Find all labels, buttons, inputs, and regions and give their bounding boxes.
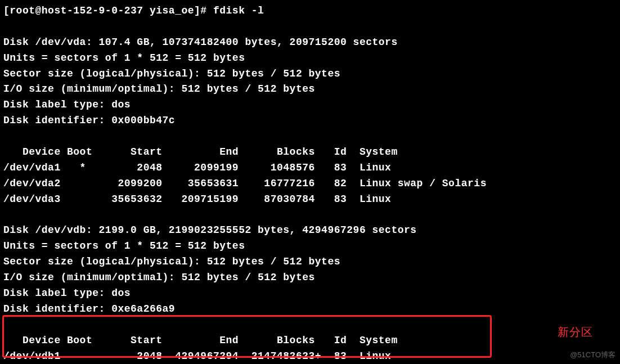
shell-prompt: [root@host-152-9-0-237 yisa_oe]# <box>3 5 213 16</box>
disk-vda-label-type: Disk label type: dos <box>3 97 617 113</box>
disk-vdb-identifier: Disk identifier: 0xe6a266a9 <box>3 302 617 317</box>
annotation-label: 新分区 <box>558 323 593 341</box>
disk-vdb-sector-size: Sector size (logical/physical): 512 byte… <box>3 254 617 270</box>
prompt-line-1: [root@host-152-9-0-237 yisa_oe]# fdisk -… <box>3 3 617 19</box>
disk-vdb-columns: Device Boot Start End Blocks Id System <box>3 333 617 349</box>
disk-vda-row-3: /dev/vda3 35653632 209715199 87030784 83… <box>3 192 617 208</box>
blank-line <box>3 317 617 333</box>
disk-vda-row-1: /dev/vda1 * 2048 2099199 1048576 83 Linu… <box>3 160 617 176</box>
disk-vdb-io-size: I/O size (minimum/optimal): 512 bytes / … <box>3 270 617 286</box>
disk-vda-row-2: /dev/vda2 2099200 35653631 16777216 82 L… <box>3 176 617 192</box>
disk-vda-units: Units = sectors of 1 * 512 = 512 bytes <box>3 51 617 66</box>
disk-vdb-row-1: /dev/vdb1 2048 4294967294 2147482623+ 83… <box>3 349 617 364</box>
blank-line <box>3 19 617 35</box>
blank-line <box>3 129 617 145</box>
disk-vda-sector-size: Sector size (logical/physical): 512 byte… <box>3 66 617 82</box>
disk-vdb-units: Units = sectors of 1 * 512 = 512 bytes <box>3 239 617 254</box>
disk-vda-header: Disk /dev/vda: 107.4 GB, 107374182400 by… <box>3 35 617 51</box>
disk-vdb-header: Disk /dev/vdb: 2199.0 GB, 2199023255552 … <box>3 223 617 239</box>
disk-vdb-label-type: Disk label type: dos <box>3 286 617 302</box>
disk-vda-identifier: Disk identifier: 0x000bb47c <box>3 113 617 129</box>
disk-vda-io-size: I/O size (minimum/optimal): 512 bytes / … <box>3 82 617 97</box>
blank-line <box>3 208 617 223</box>
command-text: fdisk -l <box>213 5 264 16</box>
disk-vda-columns: Device Boot Start End Blocks Id System <box>3 145 617 160</box>
watermark-text: @51CTO博客 <box>570 349 615 361</box>
